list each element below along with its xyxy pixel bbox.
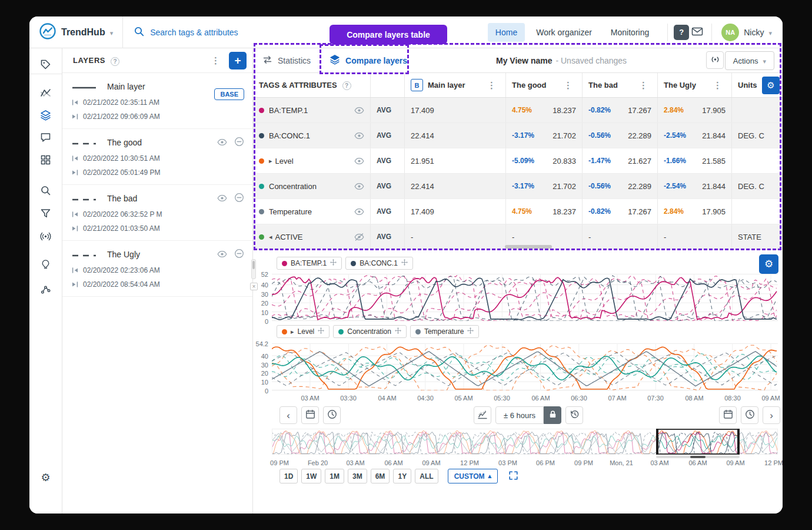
range-1m-button[interactable]: 1M	[325, 469, 344, 483]
column-menu-icon[interactable]: ⋮	[710, 81, 726, 90]
help-button[interactable]: ?	[674, 25, 689, 40]
visibility-eye-off-icon[interactable]	[354, 233, 364, 241]
help-icon[interactable]: ?	[111, 55, 119, 66]
nav-monitoring[interactable]: Monitoring	[603, 23, 657, 42]
nav-work-organizer[interactable]: Work organizer	[528, 23, 600, 42]
dashboard-module-button[interactable]	[36, 152, 56, 170]
add-layer-button[interactable]: +	[229, 52, 247, 69]
legend-pill[interactable]: Concentration	[333, 325, 407, 338]
tab-statistics[interactable]: Statistics	[253, 48, 320, 73]
aggregation-label[interactable]: AVG	[377, 157, 391, 165]
table-row[interactable]: BA:TEMP.1 AVG 17.409 4.75%18.237-0.82%17…	[253, 98, 783, 123]
move-icon[interactable]	[330, 259, 337, 267]
legend-pill[interactable]: BA:TEMP.1	[277, 257, 342, 270]
move-icon[interactable]	[467, 327, 474, 336]
column-menu-icon[interactable]: ⋮	[635, 81, 651, 90]
range-3m-button[interactable]: 3M	[348, 469, 367, 483]
live-module-button[interactable]	[36, 228, 56, 246]
layer-remove-icon[interactable]	[234, 249, 244, 261]
visibility-eye-icon[interactable]	[354, 157, 364, 165]
layer-remove-icon[interactable]	[234, 137, 244, 149]
brush-grip-handle[interactable]	[690, 456, 705, 458]
legend-pill[interactable]: BA:CONC.1	[345, 257, 413, 270]
column-menu-icon[interactable]: ⋮	[560, 81, 576, 90]
table-row[interactable]: BA:CONC.1 AVG 22.414 -3.17%21.702-0.56%2…	[253, 123, 783, 148]
visibility-eye-icon[interactable]	[354, 107, 364, 114]
range-1w-button[interactable]: 1W	[301, 469, 321, 483]
move-icon[interactable]	[318, 327, 324, 336]
app-logo[interactable]: TrendHub ▾	[29, 22, 122, 42]
filter-module-button[interactable]	[36, 206, 56, 223]
tag-name: Concentration	[269, 182, 317, 191]
aggregation-label[interactable]: AVG	[377, 106, 391, 114]
interval-end-icon	[72, 279, 78, 290]
column-menu-icon[interactable]: ⋮	[484, 81, 500, 90]
end-time-button[interactable]	[741, 406, 758, 424]
visibility-eye-icon[interactable]	[354, 132, 364, 140]
layer-visibility-eye-icon[interactable]	[217, 250, 227, 260]
legend-pill[interactable]: Temperature	[410, 325, 479, 338]
expand-timebar-button[interactable]	[506, 471, 521, 482]
layer-remove-icon[interactable]	[234, 193, 244, 205]
live-broadcast-button[interactable]	[706, 51, 724, 69]
visibility-eye-icon[interactable]	[354, 208, 364, 216]
layers-module-button[interactable]	[36, 107, 56, 125]
table-row[interactable]: ▸Level AVG 21.951 -5.09%20.833-1.47%21.6…	[253, 148, 783, 174]
range-1y-button[interactable]: 1Y	[393, 469, 411, 483]
range-1d-button[interactable]: 1D	[279, 469, 298, 483]
table-horizontal-scrollbar[interactable]	[505, 245, 552, 249]
settings-button[interactable]: ⚙	[36, 469, 56, 486]
expand-icon[interactable]: ▸	[269, 157, 272, 165]
help-icon[interactable]: ?	[342, 81, 351, 90]
legend-pill[interactable]: ▸Level	[277, 325, 330, 338]
range-all-button[interactable]: ALL	[415, 469, 438, 483]
move-icon[interactable]	[401, 259, 408, 267]
move-icon[interactable]	[395, 327, 401, 336]
layer-visibility-eye-icon[interactable]	[217, 194, 227, 204]
nav-home[interactable]: Home	[488, 23, 525, 42]
table-settings-button[interactable]: ⚙	[762, 77, 780, 94]
ml-module-button[interactable]	[36, 281, 56, 299]
step-back-button[interactable]: ‹	[279, 406, 297, 424]
actions-button[interactable]: Actions ▾	[725, 51, 774, 70]
search-input[interactable]: Search tags & attributes	[123, 26, 238, 39]
step-forward-button[interactable]: ›	[763, 406, 780, 424]
layer-visibility-eye-icon[interactable]	[217, 138, 227, 148]
mail-button[interactable]	[689, 26, 705, 38]
chart-options-button[interactable]	[474, 406, 491, 424]
time-range-control[interactable]: ± 6 hours	[495, 406, 561, 424]
search-module-button[interactable]	[36, 183, 56, 200]
layers-menu-icon[interactable]: ⋮	[208, 55, 224, 66]
table-row[interactable]: Concentration AVG 22.414 -3.17%21.702-0.…	[253, 174, 783, 199]
range-6m-button[interactable]: 6M	[371, 469, 390, 483]
user-menu[interactable]: NA Nicky ▾	[718, 24, 783, 41]
expand-icon[interactable]: ▸	[291, 328, 294, 336]
end-date-button[interactable]	[719, 406, 737, 424]
brush-scrollbar[interactable]	[656, 456, 740, 458]
context-brush[interactable]	[656, 429, 740, 455]
aggregation-label[interactable]: AVG	[377, 182, 391, 190]
tag-module-button[interactable]	[36, 57, 56, 74]
layer-item[interactable]: The good 02/20/2022 10:30:51 AM 02/20/20…	[62, 129, 252, 185]
aggregation-label[interactable]: AVG	[377, 131, 391, 140]
aggregation-label[interactable]: AVG	[377, 207, 391, 216]
bulb-module-button[interactable]	[36, 256, 56, 273]
visibility-eye-icon[interactable]	[354, 183, 364, 190]
layer-item[interactable]: Main layer BASE 02/21/2022 02:35:11 AM 0…	[62, 73, 252, 129]
range-custom-button[interactable]: CUSTOM▴	[448, 469, 498, 483]
history-button[interactable]	[565, 406, 583, 424]
layer-item[interactable]: The bad 02/20/2022 06:32:52 P M 02/21/20…	[62, 185, 252, 241]
chart-settings-button[interactable]: ⚙	[759, 254, 778, 274]
trend-chart-1[interactable]	[272, 274, 778, 321]
start-time-button[interactable]	[323, 406, 341, 424]
start-date-button[interactable]	[301, 406, 319, 424]
table-row[interactable]: Temperature AVG 17.409 4.75%18.237-0.82%…	[253, 199, 783, 224]
views-module-button[interactable]	[36, 85, 56, 102]
layer-item[interactable]: The Ugly 02/20/2022 02:23:06 AM 02/20/20…	[62, 241, 252, 297]
lock-button[interactable]	[544, 406, 561, 424]
trend-chart-2[interactable]	[272, 343, 778, 390]
comment-module-button[interactable]	[36, 130, 56, 147]
tab-compare-layers[interactable]: Compare layers	[320, 48, 417, 73]
chevron-down-icon[interactable]: ▾	[110, 27, 114, 38]
aggregation-label[interactable]: AVG	[377, 233, 391, 241]
